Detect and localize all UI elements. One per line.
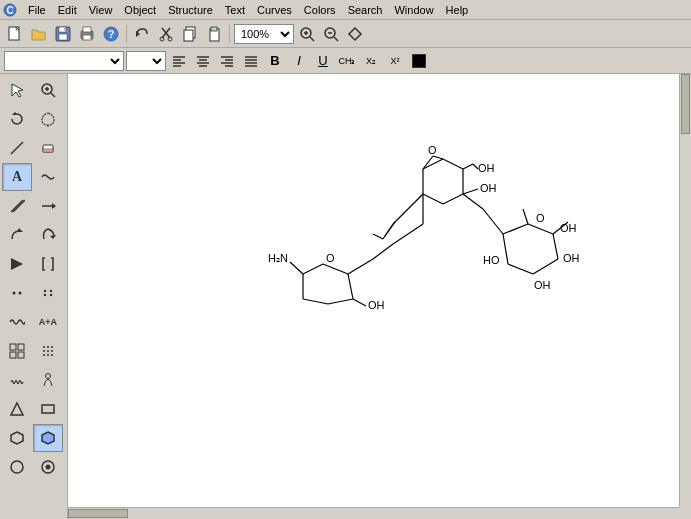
svg-line-135 [393, 234, 408, 244]
canvas-area[interactable]: .mol-line { stroke: #000; stroke-width: … [68, 74, 691, 519]
paste-button[interactable] [203, 23, 225, 45]
copy-button[interactable] [179, 23, 201, 45]
undo-button[interactable] [131, 23, 153, 45]
help-button[interactable]: ? [100, 23, 122, 45]
align-left-button[interactable] [168, 51, 190, 71]
person-tool[interactable] [33, 366, 63, 394]
cut-button[interactable] [155, 23, 177, 45]
circle-tool[interactable] [2, 453, 32, 481]
svg-line-139 [483, 209, 503, 234]
line-tool[interactable] [2, 134, 32, 162]
scrollbar-vertical[interactable] [679, 74, 691, 507]
tool-row-13 [2, 424, 65, 452]
menu-help[interactable]: Help [440, 2, 475, 18]
svg-marker-61 [17, 228, 23, 232]
svg-rect-56 [43, 149, 53, 152]
underline-button[interactable]: U [312, 51, 334, 71]
spring-tool[interactable] [2, 366, 32, 394]
eraser-tool[interactable] [33, 134, 63, 162]
scroll-thumb-h[interactable] [68, 509, 128, 518]
menu-search[interactable]: Search [342, 2, 389, 18]
atom-chain-tool[interactable] [33, 163, 63, 191]
scrollbar-horizontal[interactable] [68, 507, 679, 519]
svg-line-54 [11, 142, 23, 154]
svg-text:O: O [536, 212, 545, 224]
svg-marker-63 [11, 258, 23, 270]
grid-tool[interactable] [2, 337, 32, 365]
atom-label-tool[interactable]: A+A [33, 308, 63, 336]
hexagon-filled-tool[interactable] [33, 424, 63, 452]
arrow-tool[interactable] [33, 192, 63, 220]
zoom-in-button[interactable] [296, 23, 318, 45]
wavy-bond-tool[interactable] [2, 308, 32, 336]
menu-colors[interactable]: Colors [298, 2, 342, 18]
menu-edit[interactable]: Edit [52, 2, 83, 18]
tool-row-7 [2, 250, 65, 278]
svg-line-124 [348, 274, 353, 299]
align-right-button[interactable] [216, 51, 238, 71]
subscript-x2-button[interactable]: X₂ [360, 51, 382, 71]
subscript-ch3-button[interactable]: CH₃ [336, 51, 358, 71]
color-swatch[interactable] [412, 54, 426, 68]
align-center-button[interactable] [192, 51, 214, 71]
font-size-select[interactable]: 8 10 12 14 [126, 51, 166, 71]
curved-arrow-tool[interactable] [2, 221, 32, 249]
svg-point-79 [51, 350, 53, 352]
scroll-thumb-v[interactable] [681, 74, 690, 134]
triangle-tool[interactable] [2, 395, 32, 423]
svg-point-75 [47, 346, 49, 348]
print-button[interactable] [76, 23, 98, 45]
select-tool[interactable] [2, 76, 32, 104]
menu-curves[interactable]: Curves [251, 2, 298, 18]
menu-file[interactable]: File [22, 2, 52, 18]
menu-object[interactable]: Object [118, 2, 162, 18]
menubar: C File Edit View Object Structure Text C… [0, 0, 691, 20]
bracket-tool[interactable] [33, 250, 63, 278]
svg-text:C: C [6, 5, 13, 16]
open-button[interactable] [28, 23, 50, 45]
italic-button[interactable]: I [288, 51, 310, 71]
lone-pair-tool[interactable] [33, 279, 63, 307]
menu-structure[interactable]: Structure [162, 2, 219, 18]
bold-button[interactable]: B [264, 51, 286, 71]
menu-window[interactable]: Window [388, 2, 439, 18]
rotate-tool[interactable] [2, 105, 32, 133]
hexagon-tool[interactable] [2, 424, 32, 452]
menu-text[interactable]: Text [219, 2, 251, 18]
wedge-tool[interactable] [2, 250, 32, 278]
justify-button[interactable] [240, 51, 262, 71]
ring-tool[interactable] [33, 221, 63, 249]
svg-line-95 [423, 194, 443, 204]
svg-line-114 [508, 264, 533, 274]
diamond-button[interactable] [344, 23, 366, 45]
text-tool[interactable]: A [2, 163, 32, 191]
new-button[interactable] [4, 23, 26, 45]
tool-row-14 [2, 453, 65, 481]
superscript-x2-button[interactable]: X² [384, 51, 406, 71]
lasso-tool[interactable] [33, 105, 63, 133]
save-button[interactable] [52, 23, 74, 45]
toolbar-main: ? 100% 50% 75% 150% 200% [0, 20, 691, 48]
font-family-select[interactable]: Arial Times New Roman Helvetica [4, 51, 124, 71]
rect-tool[interactable] [33, 395, 63, 423]
tool-row-5 [2, 192, 65, 220]
svg-rect-9 [83, 27, 91, 32]
main-area: A [0, 74, 691, 519]
svg-point-68 [50, 290, 52, 292]
svg-point-77 [43, 350, 45, 352]
circle2-tool[interactable] [33, 453, 63, 481]
zoom-tool[interactable] [33, 76, 63, 104]
svg-line-98 [433, 156, 443, 159]
dot-grid-tool[interactable] [33, 337, 63, 365]
svg-point-90 [46, 465, 51, 470]
molecule-display: .mol-line { stroke: #000; stroke-width: … [208, 114, 638, 436]
zoom-select[interactable]: 100% 50% 75% 150% 200% [234, 24, 294, 44]
svg-rect-22 [211, 27, 217, 31]
svg-rect-10 [83, 35, 91, 40]
zoom-out-button[interactable] [320, 23, 342, 45]
menu-view[interactable]: View [83, 2, 119, 18]
bond-single-tool[interactable] [2, 192, 32, 220]
svg-rect-72 [10, 352, 16, 358]
radical-tool[interactable] [2, 279, 32, 307]
svg-point-81 [47, 354, 49, 356]
